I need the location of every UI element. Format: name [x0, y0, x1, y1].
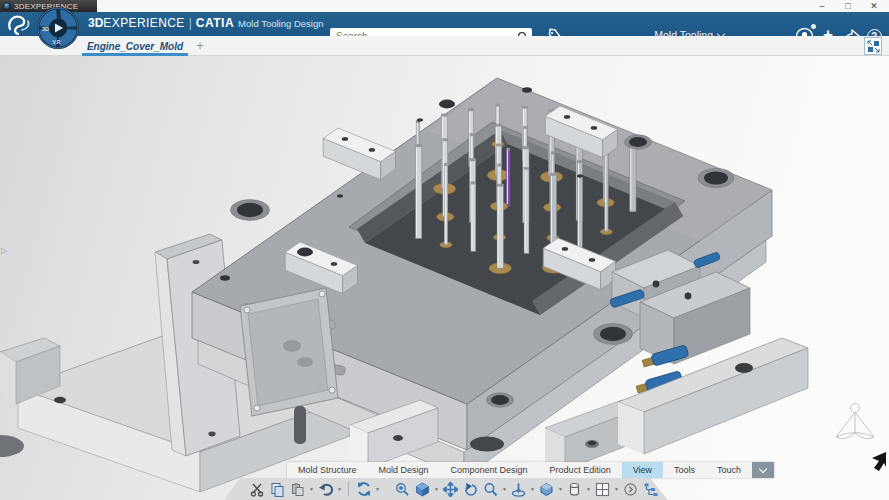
right-base-plate[interactable] — [618, 338, 808, 454]
pan-icon[interactable] — [441, 480, 460, 498]
cut-icon[interactable] — [248, 480, 267, 498]
fit-all-in-icon[interactable] — [393, 480, 412, 498]
section-component-design[interactable]: Component Design — [440, 462, 539, 478]
named-views-dropdown[interactable]: ▼ — [557, 480, 564, 498]
section-view[interactable]: View — [622, 462, 663, 478]
normal-view-dropdown[interactable]: ▼ — [529, 480, 536, 498]
cursor-arrow — [872, 452, 886, 471]
section-product-edition[interactable]: Product Edition — [539, 462, 622, 478]
update-dropdown[interactable]: ▼ — [374, 480, 381, 498]
brand-experience: EXPERIENCE — [103, 16, 184, 30]
update-icon[interactable] — [354, 480, 373, 498]
experience-compass[interactable]: 3D V.R — [36, 6, 80, 50]
maximize-button[interactable]: □ — [835, 0, 861, 12]
compass-vr-label: V.R — [53, 39, 61, 45]
mold-assembly-model[interactable] — [0, 56, 889, 500]
render-style-icon[interactable] — [565, 480, 584, 498]
iso-view-icon[interactable] — [413, 480, 432, 498]
sections-collapse-button[interactable] — [752, 462, 774, 478]
content-tab-strip: Engine_Cover_Mold + — [0, 36, 889, 56]
render-style-dropdown[interactable]: ▼ — [585, 480, 592, 498]
panel-expander-icon[interactable]: ▷ — [1, 246, 7, 255]
app-icon — [3, 2, 11, 10]
zoom-icon[interactable] — [481, 480, 500, 498]
named-views-icon[interactable] — [537, 480, 556, 498]
copy-icon[interactable] — [268, 480, 287, 498]
brand-catia: CATIA — [196, 16, 234, 30]
brand-title: 3DEXPERIENCE|CATIAMold Tooling Design — [88, 16, 323, 30]
new-tab-button[interactable]: + — [192, 38, 208, 54]
zoom-dropdown[interactable]: ▼ — [501, 480, 508, 498]
more-views-icon[interactable] — [621, 480, 640, 498]
notification-badge — [811, 24, 816, 29]
expand-widget-button[interactable] — [864, 37, 882, 55]
action-bar-tools: ▼ ▼ ▼ ▼ ▼ ▼ ▼ ▼ ▼ ▼ — [224, 478, 668, 500]
rotate-icon[interactable] — [461, 480, 480, 498]
app-top-bar: 3DEXPERIENCE|CATIAMold Tooling Design Mo… — [0, 12, 889, 36]
paste-icon[interactable] — [288, 480, 307, 498]
undo-dropdown[interactable]: ▼ — [336, 480, 343, 498]
minimize-button[interactable]: – — [809, 0, 835, 12]
undo-icon[interactable] — [316, 480, 335, 498]
iso-view-dropdown[interactable]: ▼ — [433, 480, 440, 498]
action-bar-sections: Mold Structure Mold Design Component Des… — [287, 462, 774, 478]
brand-3d: 3D — [88, 16, 103, 30]
multi-view-icon[interactable] — [593, 480, 612, 498]
window-titlebar: 3DEXPERIENCE – □ ✕ — [0, 0, 889, 12]
3d-viewport[interactable]: ▷ — [0, 56, 889, 500]
section-touch[interactable]: Touch — [706, 462, 752, 478]
section-mold-structure[interactable]: Mold Structure — [287, 462, 368, 478]
compass-3d-label: 3D — [42, 26, 49, 32]
section-mold-design[interactable]: Mold Design — [368, 462, 440, 478]
normal-view-icon[interactable] — [509, 480, 528, 498]
brand-pipe: | — [189, 16, 192, 30]
section-tools[interactable]: Tools — [663, 462, 706, 478]
multi-view-dropdown[interactable]: ▼ — [613, 480, 620, 498]
close-button[interactable]: ✕ — [861, 0, 887, 12]
paste-dropdown[interactable]: ▼ — [308, 480, 315, 498]
axis-triad — [836, 404, 874, 439]
brand-module: Mold Tooling Design — [238, 18, 323, 29]
